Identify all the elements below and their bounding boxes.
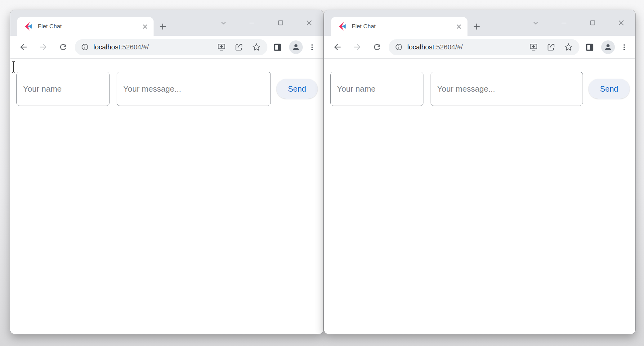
url-text: localhost:52604/#/ <box>407 43 521 51</box>
url-path: :52604/#/ <box>434 43 463 51</box>
close-icon <box>305 19 313 27</box>
install-app-icon <box>529 43 538 52</box>
tab-flet-chat[interactable]: Flet Chat <box>331 17 467 36</box>
message-input[interactable] <box>431 72 583 106</box>
desktop: { "theme": { "tabstrip_bg": "#e3e5e9", "… <box>0 0 644 346</box>
browser-toolbar: localhost:52604/#/ <box>10 36 323 59</box>
tab-title: Flet Chat <box>38 23 140 30</box>
page-info-icon[interactable] <box>395 43 403 51</box>
kebab-menu-icon <box>620 43 628 51</box>
url-path: :52604/#/ <box>120 43 149 51</box>
browser-window-right: Flet Chat <box>324 10 635 334</box>
plus-icon <box>472 22 481 31</box>
profile-avatar[interactable] <box>601 40 615 54</box>
minimize-icon <box>248 19 256 27</box>
star-icon <box>252 42 261 52</box>
name-input[interactable] <box>330 72 423 106</box>
install-app-button[interactable] <box>529 43 538 52</box>
bookmark-button[interactable] <box>564 42 573 52</box>
browser-menu-button[interactable] <box>617 40 631 54</box>
share-icon <box>546 43 556 52</box>
minimize-icon <box>560 19 568 27</box>
install-app-icon <box>217 43 226 52</box>
window-controls <box>209 10 323 36</box>
minimize-button[interactable] <box>238 10 266 36</box>
chevron-down-icon <box>220 19 227 27</box>
close-icon <box>617 19 625 27</box>
maximize-button[interactable] <box>578 10 607 36</box>
toolbar-right <box>583 40 631 54</box>
compose-row: Send <box>324 59 635 106</box>
back-button[interactable] <box>15 39 32 56</box>
back-arrow-icon <box>333 42 342 52</box>
message-input[interactable] <box>117 72 271 106</box>
forward-arrow-icon <box>38 42 48 52</box>
side-panel-icon <box>585 43 594 52</box>
reload-icon <box>373 43 382 52</box>
new-tab-button[interactable] <box>154 17 172 36</box>
tab-search-button[interactable] <box>209 10 238 36</box>
plus-icon <box>159 22 167 31</box>
share-button[interactable] <box>234 43 244 52</box>
back-arrow-icon <box>19 42 28 52</box>
maximize-icon <box>589 19 596 26</box>
person-icon <box>292 43 300 52</box>
tab-strip: Flet Chat <box>10 10 323 36</box>
forward-arrow-icon <box>352 42 362 52</box>
tab-search-button[interactable] <box>521 10 550 36</box>
chevron-down-icon <box>532 19 539 27</box>
url-text: localhost:52604/#/ <box>93 43 209 51</box>
page-content: Send <box>324 59 635 334</box>
side-panel-icon <box>273 43 282 52</box>
send-button[interactable]: Send <box>588 79 630 99</box>
share-button[interactable] <box>546 43 556 52</box>
person-icon <box>604 43 612 52</box>
close-window-button[interactable] <box>607 10 635 36</box>
flet-favicon-icon <box>338 22 347 31</box>
forward-button[interactable] <box>34 39 52 56</box>
share-icon <box>234 43 244 52</box>
new-tab-button[interactable] <box>467 17 485 36</box>
page-info-icon[interactable] <box>81 43 89 51</box>
bookmark-button[interactable] <box>252 42 261 52</box>
tab-title: Flet Chat <box>352 23 454 30</box>
tab-flet-chat[interactable]: Flet Chat <box>17 17 154 36</box>
side-panel-button[interactable] <box>583 40 597 54</box>
page-content: Send <box>10 59 323 334</box>
side-panel-button[interactable] <box>271 40 285 54</box>
window-controls <box>521 10 635 36</box>
url-host: localhost <box>407 43 434 51</box>
close-window-button[interactable] <box>295 10 323 36</box>
tab-strip: Flet Chat <box>324 10 635 36</box>
compose-row: Send <box>10 59 323 106</box>
name-input[interactable] <box>16 72 110 106</box>
maximize-icon <box>277 19 284 26</box>
send-button[interactable]: Send <box>276 79 318 99</box>
reload-button[interactable] <box>54 39 72 56</box>
reload-icon <box>59 43 68 52</box>
address-bar[interactable]: localhost:52604/#/ <box>389 39 579 55</box>
url-host: localhost <box>93 43 120 51</box>
flet-favicon-icon <box>24 22 33 31</box>
tab-close-icon[interactable] <box>140 21 150 31</box>
browser-toolbar: localhost:52604/#/ <box>324 36 635 59</box>
toolbar-right <box>271 40 319 54</box>
profile-avatar[interactable] <box>289 40 303 54</box>
star-icon <box>564 42 573 52</box>
minimize-button[interactable] <box>550 10 578 36</box>
tab-close-icon[interactable] <box>454 21 464 31</box>
back-button[interactable] <box>329 39 346 56</box>
address-bar[interactable]: localhost:52604/#/ <box>75 39 267 55</box>
browser-window-left: Flet Chat <box>10 10 323 334</box>
forward-button[interactable] <box>348 39 366 56</box>
text-cursor-icon <box>11 61 16 74</box>
browser-menu-button[interactable] <box>305 40 319 54</box>
install-app-button[interactable] <box>217 43 226 52</box>
reload-button[interactable] <box>368 39 386 56</box>
kebab-menu-icon <box>308 43 316 51</box>
maximize-button[interactable] <box>266 10 295 36</box>
